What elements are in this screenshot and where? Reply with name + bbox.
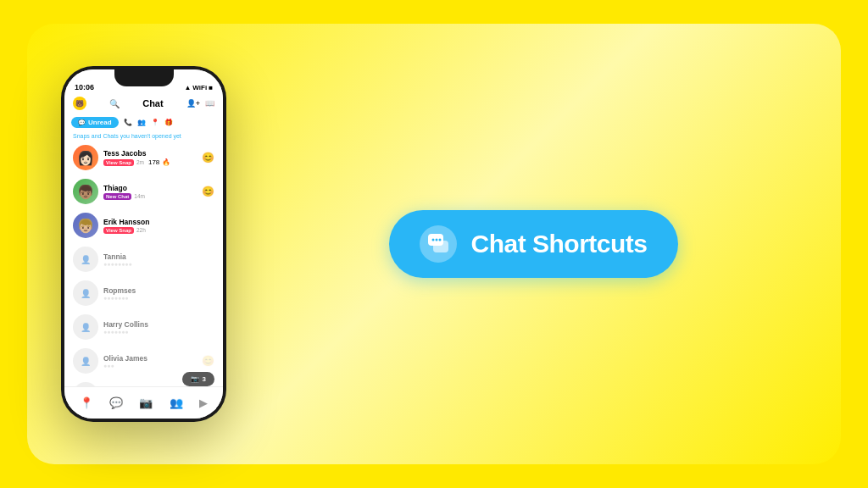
tab-phone-icon[interactable]: 📞 [124,119,132,126]
svg-point-2 [432,239,435,241]
chat-time-erik: 22h [136,227,146,233]
chat-badge-thiago: New Chat [103,193,131,200]
header-right-icons: 👤+ 📖 [186,99,214,108]
chat-name-erik: Erik Hansson [103,218,214,226]
chat-item-ropmses[interactable]: 👤 Ropmses ●●●●●●● [64,276,223,310]
chat-time-tess: 2m [136,159,144,165]
chat-list: 👩🏻 Tess Jacobs View Snap 2m 178 🔥 😊 [64,141,223,386]
chat-info-erik: Erik Hansson View Snap 22h [103,218,214,234]
background-card: 10:06 ▲ WiFi ■ 🐻 🔍 Chat 👤+ 📖 [27,24,841,464]
chat-status-erik: View Snap 22h [103,227,214,234]
nav-stories-icon[interactable]: ▶ [199,396,208,409]
chat-title: Chat [142,98,163,108]
chat-name-ropmses: Ropmses [103,286,214,295]
chat-emoji-olivia: 😊 [202,355,214,367]
face-tess: 👩🏻 [77,150,94,166]
chat-emoji-tess: 😊 [202,152,214,164]
avatar-harry: 👤 [73,314,98,340]
chat-status-tess: View Snap 2m 178 🔥 [103,158,197,166]
shortcuts-chat-icon [420,225,457,263]
avatar-tess: 👩🏻 [73,145,98,170]
chat-status-thiago: New Chat 14m [103,193,197,200]
nav-map-icon[interactable]: 📍 [80,396,93,409]
chat-info-tess: Tess Jacobs View Snap 2m 178 🔥 [103,149,197,166]
search-icon[interactable]: 🔍 [109,99,120,108]
tab-location-icon[interactable]: 📍 [151,119,159,126]
avatar-thiago: 👦🏽 [73,179,98,204]
status-icons: ▲ WiFi ■ [184,84,213,92]
nav-chat-icon[interactable]: 💬 [109,396,123,409]
svg-point-3 [436,239,438,241]
chat-item-thiago[interactable]: 👦🏽 Thiago New Chat 14m 😊 [64,175,223,208]
unread-label: Unread [88,119,112,126]
signal-icon: ▲ [184,84,191,92]
status-time: 10:06 [75,83,94,92]
chat-info-harry: Harry Collins ●●●●●●● [103,320,214,335]
chat-streak-tess: 178 🔥 [148,158,170,166]
chat-time-olivia: ●●● [103,363,197,369]
tab-gift-icon[interactable]: 🎁 [164,119,173,126]
tab-row: 💬 Unread 📞 👥 📍 🎁 [64,114,223,131]
camera-count: 3 [203,375,206,383]
chat-header: 🐻 🔍 Chat 👤+ 📖 [64,93,223,114]
chat-item-erik[interactable]: 👦🏼 Erik Hansson View Snap 22h [64,208,223,242]
avatar-jack: 👤 [73,382,98,386]
bitmoji-icon[interactable]: 🐻 [73,97,86,110]
svg-point-4 [439,239,442,241]
chat-info-olivia: Olivia James ●●● [103,354,197,369]
right-section: Chat Shortcuts [226,210,807,278]
chat-name-olivia: Olivia James [103,354,197,363]
avatar-tannia: 👤 [73,247,98,272]
phone-notch [114,69,174,86]
chat-name-tannia: Tannia [103,252,214,261]
nav-camera-icon[interactable]: 📷 [139,396,153,409]
camera-button[interactable]: 📷 3 [182,372,214,386]
chat-time-harry: ●●●●●●● [103,329,214,335]
phone-mockup: 10:06 ▲ WiFi ■ 🐻 🔍 Chat 👤+ 📖 [61,66,226,422]
camera-icon: 📷 [191,375,199,383]
chat-item-harry[interactable]: 👤 Harry Collins ●●●●●●● [64,310,223,344]
tab-unread[interactable]: 💬 Unread [71,117,119,128]
wifi-icon: WiFi [192,84,207,92]
chat-name-tess: Tess Jacobs [103,149,197,158]
tab-group-icon[interactable]: 👥 [137,119,146,126]
battery-icon: ■ [209,84,213,92]
add-friend-icon[interactable]: 👤+ [186,99,200,108]
chat-info-thiago: Thiago New Chat 14m [103,184,197,200]
chat-item-tannia[interactable]: 👤 Tannia ●●●●●●●● [64,242,223,276]
chat-subtitle: Snaps and Chats you haven't opened yet [64,131,223,141]
face-thiago: 👦🏽 [77,184,94,200]
unread-icon: 💬 [78,119,86,126]
bottom-nav: 📍 💬 📷 👥 ▶ [64,386,223,419]
chat-time-tannia: ●●●●●●●● [103,261,214,267]
chat-time-thiago: 14m [134,193,145,199]
chat-bubble-svg [427,233,449,255]
face-erik: 👦🏼 [77,218,94,234]
snap-badge-erik: View Snap [103,227,134,234]
avatar-olivia: 👤 [73,348,98,374]
shortcuts-button[interactable]: Chat Shortcuts [389,210,677,278]
avatar-ropmses: 👤 [73,280,98,306]
stories-icon[interactable]: 📖 [205,99,214,108]
shortcuts-label: Chat Shortcuts [470,230,647,258]
chat-item-tess[interactable]: 👩🏻 Tess Jacobs View Snap 2m 178 🔥 😊 [64,141,223,175]
chat-info-ropmses: Ropmses ●●●●●●● [103,286,214,301]
nav-friends-icon[interactable]: 👥 [170,396,183,409]
chat-emoji-thiago: 😊 [202,186,214,197]
svg-rect-1 [433,241,448,252]
snap-badge-tess: View Snap [103,159,134,166]
chat-time-ropmses: ●●●●●●● [103,295,214,301]
chat-info-tannia: Tannia ●●●●●●●● [103,252,214,267]
chat-name-harry: Harry Collins [103,320,214,329]
chat-name-thiago: Thiago [103,184,197,192]
avatar-erik: 👦🏼 [73,213,98,238]
